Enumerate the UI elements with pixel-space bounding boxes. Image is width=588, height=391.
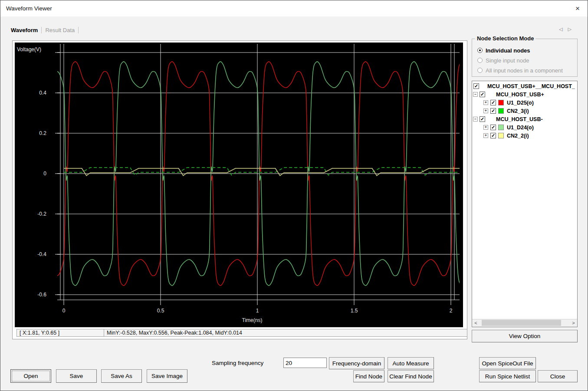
save-as-button[interactable]: Save As: [101, 369, 142, 383]
node-tree: ✓MCU_HOST_USB+__MCU_HOST_−✓MCU_HOST_USB+…: [472, 81, 578, 327]
tab-waveform[interactable]: Waveform: [10, 27, 39, 33]
view-option-button[interactable]: View Option: [472, 330, 578, 342]
node-selection-mode-group: Node Selection Mode Individual nodesSing…: [472, 39, 578, 77]
tree-item-label: MCU_HOST_USB-: [496, 116, 543, 122]
sampling-frequency-label: Sampling frequency: [212, 360, 263, 366]
tree-checkbox[interactable]: ✓: [473, 83, 479, 89]
x-axis-label: Time(ns): [242, 317, 263, 323]
radio-label: All input nodes in a component: [486, 67, 563, 74]
auto-measure-button[interactable]: Auto Measure: [388, 357, 434, 369]
open-spiceout-file-button[interactable]: Open SpiceOut File: [479, 357, 536, 369]
trace-color-swatch: [498, 133, 504, 138]
cursor-position-status: [ X:1.81, Y:0.65 ]: [16, 329, 106, 337]
svg-text:-0.4: -0.4: [37, 251, 46, 257]
clear-find-node-button[interactable]: Clear Find Node: [388, 370, 434, 382]
window-title: Waveform Viewer: [6, 5, 52, 12]
svg-text:1.5: 1.5: [351, 308, 358, 314]
radio-icon: [477, 58, 483, 63]
svg-text:0: 0: [43, 171, 46, 177]
collapse-icon[interactable]: −: [473, 92, 478, 97]
tree-item-cn2-2-i-[interactable]: +✓CN2_2(i): [472, 132, 577, 140]
tree-checkbox[interactable]: ✓: [490, 133, 496, 138]
tree-item-label: U1_D25(o): [507, 100, 534, 106]
svg-text:-0.6: -0.6: [37, 292, 46, 298]
tree-checkbox[interactable]: ✓: [490, 100, 496, 105]
svg-text:0.5: 0.5: [157, 308, 164, 314]
save-image-button[interactable]: Save Image: [147, 369, 187, 383]
tab-strip: Waveform Result Data: [10, 25, 81, 35]
svg-text:-0.2: -0.2: [37, 211, 46, 217]
trace-color-swatch: [498, 100, 504, 105]
close-button[interactable]: Close: [538, 370, 578, 382]
tree-item-mcu-host-usb-[interactable]: −✓MCU_HOST_USB+: [472, 91, 577, 99]
scroll-left-icon[interactable]: <: [472, 319, 480, 326]
tree-item-mcu-host-usb-[interactable]: −✓MCU_HOST_USB-: [472, 115, 577, 124]
tab-scroll-arrows[interactable]: ◁▷: [559, 26, 577, 32]
radio-icon: [477, 68, 483, 73]
svg-text:1: 1: [256, 308, 259, 314]
expand-icon[interactable]: +: [483, 133, 488, 138]
tree-checkbox[interactable]: ✓: [490, 108, 496, 114]
title-bar: Waveform Viewer ×: [0, 0, 588, 16]
tree-item-cn2-3-i-[interactable]: +✓CN2_3(i): [472, 107, 577, 115]
svg-text:0.4: 0.4: [39, 90, 46, 96]
svg-text:2: 2: [450, 308, 453, 314]
svg-text:0.2: 0.2: [39, 130, 46, 136]
y-axis-label: Voltage(V): [17, 46, 41, 53]
expand-icon[interactable]: +: [483, 108, 488, 113]
find-node-button[interactable]: Find Node: [353, 370, 384, 382]
radio-label: Individual nodes: [486, 47, 530, 54]
collapse-icon[interactable]: −: [473, 117, 478, 122]
radio-option-single-input-node: Single input node: [477, 57, 529, 64]
radio-icon[interactable]: [477, 48, 483, 53]
tree-checkbox[interactable]: ✓: [490, 125, 496, 130]
tab-scroll-left-icon[interactable]: ◁: [559, 26, 568, 32]
frequency-domain-button[interactable]: Frequency-domain: [329, 357, 384, 369]
svg-text:0: 0: [62, 308, 66, 314]
trace-color-swatch: [498, 108, 504, 114]
open-button[interactable]: Open: [10, 369, 51, 383]
close-window-icon[interactable]: ×: [573, 4, 582, 13]
tree-item-label: U1_D24(o): [507, 125, 534, 131]
radio-label: Single input node: [486, 57, 529, 64]
trace-color-swatch: [498, 125, 504, 130]
tab-separator: [78, 27, 79, 33]
radio-option-individual-nodes[interactable]: Individual nodes: [477, 47, 530, 54]
tree-item-label: CN2_3(i): [507, 108, 529, 114]
waveform-plot[interactable]: 0.40.20-0.2-0.4-0.600.511.52Voltage(V)Ti…: [12, 40, 467, 339]
tree-item-label: MCU_HOST_USB+: [496, 92, 544, 98]
expand-icon[interactable]: +: [483, 100, 488, 105]
tree-item-mcu-host-usb-mcu-host-[interactable]: ✓MCU_HOST_USB+__MCU_HOST_: [472, 82, 577, 91]
save-button[interactable]: Save: [56, 369, 97, 383]
tree-checkbox[interactable]: ✓: [480, 116, 485, 122]
tab-scroll-right-icon[interactable]: ▷: [568, 26, 577, 32]
tree-item-label: MCU_HOST_USB+__MCU_HOST_: [487, 83, 575, 89]
tree-item-u1-d25-o-[interactable]: +✓U1_D25(o): [472, 99, 577, 107]
tab-result-data[interactable]: Result Data: [44, 27, 76, 33]
measurement-status: MinY:-0.528, MaxY:0.556, Peak-Peak:1.084…: [104, 329, 467, 337]
tree-item-label: CN2_2(i): [507, 133, 529, 139]
tree-checkbox[interactable]: ✓: [480, 92, 485, 97]
chart-panel: 0.40.20-0.2-0.4-0.600.511.52Voltage(V)Ti…: [12, 40, 467, 339]
radio-option-all-input-nodes-in-a-component: All input nodes in a component: [477, 67, 563, 74]
group-title: Node Selection Mode: [475, 35, 535, 42]
tree-hscrollbar[interactable]: < >: [472, 319, 577, 327]
scroll-right-icon[interactable]: >: [570, 319, 577, 326]
tab-separator: [41, 27, 42, 33]
sampling-frequency-input[interactable]: [283, 358, 327, 368]
expand-icon[interactable]: +: [483, 125, 488, 130]
waveform-viewer-window: { "window": { "title": "Waveform Viewer"…: [0, 0, 588, 391]
tree-item-u1-d24-o-[interactable]: +✓U1_D24(o): [472, 124, 577, 132]
run-spice-netlist-button[interactable]: Run Spice Netlist: [479, 370, 536, 382]
scrollbar-thumb[interactable]: [482, 320, 561, 326]
